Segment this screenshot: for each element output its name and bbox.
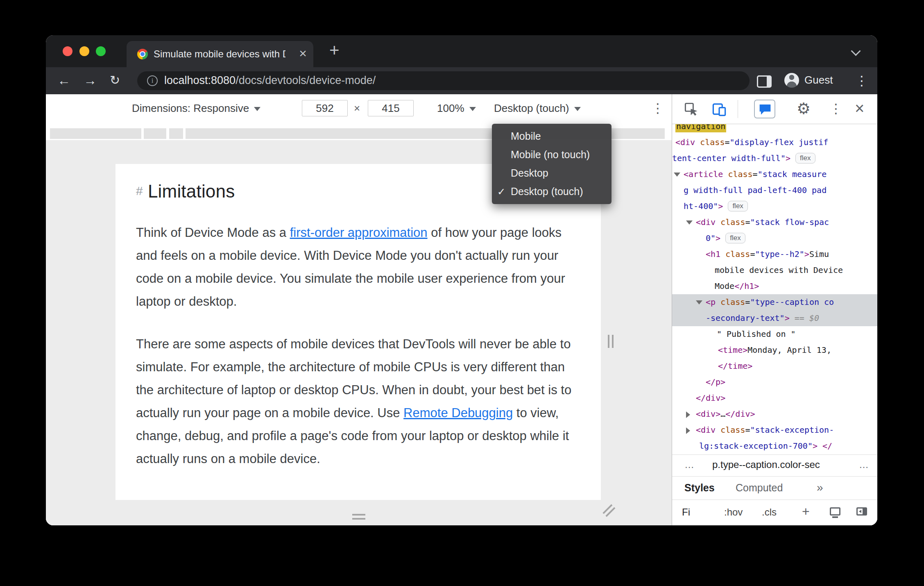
devtools-panel: ⚙ ⋮ × navigation<div class="display-flex… [672, 94, 877, 525]
code-token: <h1 [706, 249, 725, 259]
browser-tab[interactable]: Simulate mobile devices with D × [127, 41, 313, 67]
dom-tree-line[interactable]: </p> [672, 374, 877, 390]
dom-tree-line[interactable]: <div>…</div> [672, 406, 877, 422]
menu-item-mobile[interactable]: Mobile [492, 127, 611, 145]
code-token: <div [696, 425, 720, 435]
maximize-window-button[interactable] [96, 46, 106, 56]
dom-tree-line[interactable]: g width-full pad-left-400 pad [672, 182, 877, 198]
code-token [723, 201, 728, 211]
dom-tree-line[interactable]: <time>Monday, April 13, [672, 342, 877, 358]
dom-tree-line[interactable]: -secondary-text"> == $0 [672, 310, 877, 326]
dom-tree-line[interactable]: </div> [672, 390, 877, 406]
code-token: class [720, 425, 745, 435]
tab-close-icon[interactable]: × [299, 46, 307, 61]
settings-gear-icon[interactable]: ⚙ [797, 100, 811, 118]
code-token: </p> [706, 377, 725, 387]
element-classes-button[interactable]: .cls [762, 507, 777, 518]
device-type-select[interactable]: Desktop (touch) [494, 102, 581, 115]
avatar[interactable] [784, 73, 799, 88]
inspect-icon[interactable] [684, 102, 699, 117]
device-toolbar-icon[interactable] [711, 102, 727, 117]
check-icon: ✓ [497, 182, 505, 201]
collapse-arrow-icon[interactable] [674, 173, 680, 177]
dom-tree-line[interactable]: <article class="stack measure [672, 166, 877, 182]
inline-link[interactable]: Remote Debugging [403, 406, 513, 420]
dom-tree-line[interactable]: <p class="type--caption co [672, 294, 877, 310]
collapse-arrow-icon[interactable] [696, 300, 702, 304]
rendering-emulation-icon[interactable] [830, 507, 840, 516]
dom-tree-line[interactable]: <div class="stack flow-spac [672, 214, 877, 230]
code-token: = [745, 297, 750, 307]
dom-tree-line[interactable]: ht-400"> flex [672, 198, 877, 214]
code-token: </ [822, 441, 832, 451]
viewport-resize-handle-corner[interactable] [602, 504, 617, 518]
code-token: > [718, 201, 723, 211]
code-token: Simu [809, 249, 829, 259]
new-style-rule-button[interactable]: + [802, 504, 810, 519]
menu-item-mobile-no-touch[interactable]: Mobile (no touch) [492, 145, 611, 164]
tab-search-chevron-icon[interactable] [851, 46, 861, 56]
back-icon[interactable]: ← [57, 71, 70, 89]
viewport-resize-handle-right[interactable] [608, 335, 616, 350]
dimensions-select[interactable]: Dimensions: Responsive [132, 102, 260, 115]
chrome-favicon-icon [137, 49, 148, 59]
inline-link[interactable]: first-order approximation [290, 225, 428, 240]
sidebar-tabs: Styles Computed » [672, 476, 877, 500]
sidebar-toggle-icon[interactable] [856, 507, 867, 516]
dom-tree-line[interactable]: 0"> flex [672, 230, 877, 246]
dom-tree-line[interactable]: <h1 class="type--h2">Simu [672, 246, 877, 262]
height-input[interactable] [368, 100, 414, 116]
tab-strip: Simulate mobile devices with D × + [46, 35, 877, 67]
tab-computed[interactable]: Computed [736, 482, 783, 494]
breadcrumb-overflow[interactable]: … [859, 459, 869, 470]
dom-tree-line[interactable]: Mode</h1> [672, 278, 877, 294]
dom-tree-line[interactable]: <div class="display-flex justif [672, 134, 877, 150]
minimize-window-button[interactable] [79, 46, 89, 56]
site-info-icon[interactable]: i [147, 75, 158, 86]
new-tab-button[interactable]: + [329, 41, 340, 60]
code-token: == [795, 313, 809, 323]
dom-tree-line[interactable]: mobile devices with Device [672, 262, 877, 278]
styles-filter-input[interactable]: Fi [682, 507, 690, 518]
reload-icon[interactable]: ↻ [110, 71, 120, 89]
code-token: ht-400" [684, 201, 718, 211]
dom-tree-line[interactable]: " Published on " [672, 326, 877, 342]
tabs-overflow-icon[interactable]: » [817, 481, 823, 494]
devtools-menu-icon[interactable]: ⋮ [829, 100, 842, 117]
browser-menu-icon[interactable]: ⋮ [855, 72, 868, 89]
menu-item-desktop[interactable]: Desktop [492, 164, 611, 182]
expand-arrow-icon[interactable] [686, 427, 690, 434]
feedback-chat-button[interactable] [754, 100, 775, 118]
code-token: "stack measure [758, 169, 827, 179]
close-window-button[interactable] [63, 46, 72, 56]
dom-tree-line[interactable]: tent-center width-full"> flex [672, 150, 877, 166]
flex-badge[interactable]: flex [725, 233, 745, 243]
dom-tree-line[interactable]: lg:stack-exception-700"> </ [672, 438, 877, 454]
paragraph: There are some aspects of mobile devices… [136, 333, 583, 470]
breadcrumb-overflow[interactable]: … [684, 459, 694, 470]
dom-tree-line[interactable]: <div class="stack-exception- [672, 422, 877, 438]
device-type-menu: MobileMobile (no touch)Desktop✓Desktop (… [492, 124, 611, 204]
toggle-element-state-button[interactable]: :hov [724, 507, 743, 518]
url-bar[interactable]: i localhost:8080/docs/devtools/device-mo… [137, 71, 750, 90]
window-content: Dimensions: Responsive × 100% Desktop (t… [46, 94, 877, 525]
ruler-segment [50, 128, 141, 139]
dom-tree-line[interactable]: navigation [672, 124, 877, 134]
menu-item-label: Desktop (touch) [511, 186, 583, 197]
flex-badge[interactable]: flex [795, 153, 815, 164]
expand-arrow-icon[interactable] [686, 411, 690, 418]
device-toolbar-menu-icon[interactable]: ⋮ [651, 100, 664, 116]
breadcrumb-selected-node[interactable]: p.type--caption.color-sec [712, 459, 820, 470]
forward-icon[interactable]: → [84, 71, 97, 89]
tab-styles[interactable]: Styles [684, 482, 715, 494]
side-panel-icon[interactable] [757, 75, 772, 88]
flex-badge[interactable]: flex [728, 201, 747, 211]
anchor-hash[interactable]: # [136, 184, 143, 198]
collapse-arrow-icon[interactable] [686, 220, 693, 225]
zoom-select[interactable]: 100% [437, 102, 476, 115]
viewport-resize-handle-bottom[interactable] [352, 514, 365, 522]
menu-item-desktop-touch[interactable]: ✓Desktop (touch) [492, 182, 611, 201]
dom-tree-line[interactable]: </time> [672, 358, 877, 374]
width-input[interactable] [302, 100, 348, 116]
devtools-close-icon[interactable]: × [855, 98, 864, 118]
